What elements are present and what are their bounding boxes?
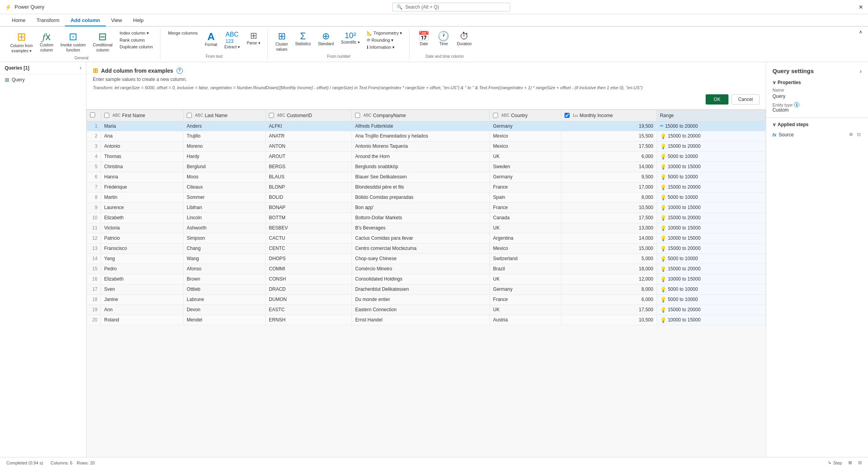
qs-step-source-label[interactable]: Source: [779, 132, 794, 138]
ribbon-btn-scientific[interactable]: 10² Scientific ▾: [338, 30, 362, 46]
view-toggle-btn[interactable]: ⊞: [848, 460, 852, 465]
ribbon-text-small: Merge columns: [166, 30, 200, 36]
scientific-icon: 10²: [345, 31, 356, 39]
qs-step-source-gear[interactable]: ⚙: [848, 132, 854, 138]
cell-company-1: Alfreds Futterkiste: [352, 121, 490, 131]
cell-cid-17: DRACD: [266, 284, 352, 294]
cell-country-18: France: [490, 294, 561, 305]
cell-country-7: France: [490, 182, 561, 192]
cell-range-1[interactable]: ✏ 15000 to 20000: [657, 121, 765, 131]
ribbon-btn-invoke-function[interactable]: ⊡ Invoke customfunction: [58, 30, 88, 54]
ribbon-btn-trigonometry[interactable]: 📐 Trigonometry ▾: [364, 30, 405, 37]
ribbon-btn-column-from-examples[interactable]: ⊞ Column fromexamples ▾: [8, 30, 35, 55]
extract-icon: ABC123: [226, 31, 239, 44]
status-bar: Completed (0.94 s) Columns: 6 Rows: 20 ↳…: [0, 457, 868, 468]
cell-company-10: Bottom-Dollar Markets: [352, 213, 490, 223]
ribbon-btn-rank-column[interactable]: Rank column: [117, 37, 155, 43]
cell-rownum-15: 15: [87, 264, 101, 274]
income-col-label: Monthly Income: [579, 113, 613, 118]
ok-button[interactable]: OK: [706, 94, 728, 105]
ribbon-btn-date[interactable]: 📅 Date: [415, 30, 432, 48]
ribbon-btn-extract[interactable]: ABC123 Extract ▾: [222, 30, 242, 51]
ribbon-btn-format[interactable]: A Format: [202, 30, 220, 48]
income-col-checkbox[interactable]: [565, 113, 570, 118]
cell-firstname-13: Franscisco: [101, 243, 184, 253]
cell-firstname-7: Frédérique: [101, 182, 184, 192]
ribbon-group-general-label: General: [75, 55, 89, 62]
close-button[interactable]: ✕: [859, 4, 863, 10]
col-header-monthly-income[interactable]: 1₂₃ Monthly Income: [561, 110, 657, 121]
tab-view[interactable]: View: [106, 15, 128, 26]
cell-country-5: Sweden: [490, 162, 561, 172]
ribbon-btn-custom-column[interactable]: 𝑓x Customcolumn: [37, 30, 55, 54]
customerid-col-checkbox[interactable]: [269, 113, 274, 118]
col-header-country[interactable]: ABC Country: [490, 110, 561, 121]
query-item-label: Query: [12, 77, 25, 83]
invoke-function-label: Invoke customfunction: [61, 42, 86, 53]
queries-panel-collapse[interactable]: ‹: [80, 65, 81, 71]
ribbon-btn-parse[interactable]: ⊞ Parse ▾: [245, 30, 263, 47]
tab-home[interactable]: Home: [6, 15, 31, 26]
select-all-checkbox[interactable]: [90, 112, 95, 117]
cell-country-11: UK: [490, 223, 561, 233]
cell-company-16: Consolidated Holdings: [352, 274, 490, 284]
cell-company-20: Ernst Handel: [352, 315, 490, 325]
statistics-label: Statistics: [295, 42, 311, 46]
cell-income-17: 8,000: [561, 284, 657, 294]
ribbon-btn-rounding[interactable]: ⟳ Rounding ▾: [364, 37, 405, 44]
cell-range-12: 💡 10000 to 15000: [657, 233, 765, 243]
table-row: 5 Christina Berglund BERGS Berglunds sna…: [87, 162, 766, 172]
range-value-16: 10000 to 15000: [668, 276, 701, 282]
cell-cid-1: ALFKI: [266, 121, 352, 131]
country-col-checkbox[interactable]: [493, 113, 498, 118]
cell-income-3: 17,500: [561, 141, 657, 151]
col-header-companyname[interactable]: ABC CompanyName: [352, 110, 490, 121]
ribbon-btn-duration[interactable]: ⏱ Duration: [454, 30, 474, 48]
search-icon: 🔍: [397, 4, 403, 10]
ribbon-btn-statistics[interactable]: Σ Statistics: [293, 30, 313, 48]
ribbon-btn-conditional-column[interactable]: ⊟ Conditionalcolumn: [90, 30, 115, 54]
ribbon-btn-merge-columns[interactable]: Merge columns: [166, 30, 200, 36]
cell-range-7: 💡 15000 to 20000: [657, 182, 765, 192]
qs-expand-icon[interactable]: ›: [860, 68, 862, 74]
qs-steps-title[interactable]: ∨ Applied steps: [772, 119, 862, 130]
col-header-firstname[interactable]: ABC First Name: [101, 110, 184, 121]
firstname-type-icon: ABC: [112, 113, 121, 117]
range-value-17: 5000 to 10000: [668, 286, 698, 292]
table-icon: ⊞: [5, 77, 9, 83]
step-btn[interactable]: ↳ Step: [828, 460, 842, 465]
ribbon-btn-standard[interactable]: ⊕ Standard: [316, 30, 337, 48]
table-header-row: ABC First Name ABC Last Name: [87, 110, 766, 121]
ribbon-btn-duplicate-column[interactable]: Duplicate column: [117, 44, 155, 50]
ribbon-btn-cluster-values[interactable]: ⊞ Clustervalues: [273, 30, 291, 53]
qs-entity-type-info-icon[interactable]: ℹ: [794, 102, 799, 107]
col-header-range[interactable]: Range: [657, 110, 765, 121]
column-from-examples-icon: ⊞: [17, 31, 26, 42]
qs-step-source-nav[interactable]: ⊡: [856, 132, 862, 138]
ribbon-collapse-btn[interactable]: ∧: [857, 28, 865, 60]
format-icon: A: [207, 31, 215, 42]
ribbon-btn-information[interactable]: ℹ Information ▾: [364, 44, 405, 51]
main-area: Queries [1] ‹ ⊞ Query ⊞ Add column from …: [0, 62, 868, 457]
tab-transform[interactable]: Transform: [31, 15, 65, 26]
col-header-lastname[interactable]: ABC Last Name: [184, 110, 266, 121]
bulb-icon-11: 💡: [660, 225, 666, 231]
tab-add-column[interactable]: Add column: [65, 15, 105, 26]
cell-firstname-1: Maria: [101, 121, 184, 131]
ribbon-btn-time[interactable]: 🕐 Time: [435, 30, 452, 48]
query-item-query[interactable]: ⊞ Query: [0, 74, 86, 85]
cancel-button[interactable]: Cancel: [732, 94, 760, 105]
table-row: 17 Sven Ottlieb DRACD Drachenblut Delika…: [87, 284, 766, 294]
examples-panel-actions: OK Cancel: [93, 94, 760, 105]
tab-help[interactable]: Help: [128, 15, 149, 26]
ribbon-btn-index-column[interactable]: Index column ▾: [117, 30, 155, 37]
col-header-customerid[interactable]: ABC CustomerID: [266, 110, 352, 121]
table-toggle-btn[interactable]: ⊟: [858, 460, 862, 465]
search-bar[interactable]: 🔍 Search (Alt + Q): [392, 3, 510, 11]
cell-cid-20: ERNSH: [266, 315, 352, 325]
examples-panel-info-icon[interactable]: ?: [177, 68, 183, 74]
companyname-col-checkbox[interactable]: [355, 113, 360, 118]
lastname-col-checkbox[interactable]: [187, 113, 192, 118]
qs-properties-title[interactable]: ∨ Properties: [772, 77, 862, 88]
firstname-col-checkbox[interactable]: [104, 113, 109, 118]
